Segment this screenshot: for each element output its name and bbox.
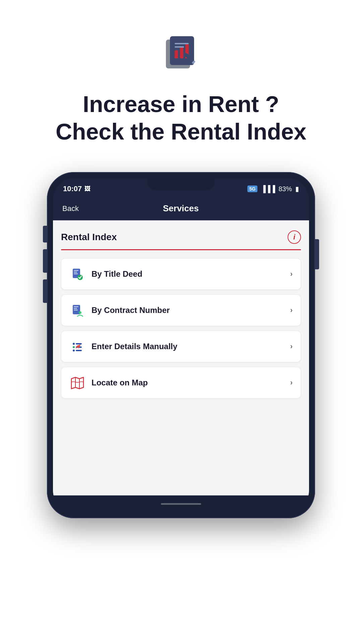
back-button[interactable]: Back [62, 204, 79, 213]
gallery-icon: 🖼 [84, 185, 90, 193]
svg-point-22 [73, 346, 75, 348]
status-time: 10:07 🖼 [63, 184, 90, 193]
contract-number-label: By Contract Number [92, 306, 170, 315]
info-icon-button[interactable]: i [288, 230, 301, 244]
right-side-button [315, 239, 319, 269]
phone-mockup: 10:07 🖼 5G ▐▐▐ 83% ▮ Back Services [47, 172, 315, 518]
battery-level: 83% [279, 185, 292, 193]
top-section: Increase in Rent ? Check the Rental Inde… [0, 0, 362, 165]
menu-item-left-map: Locate on Map [69, 375, 148, 391]
svg-rect-18 [74, 310, 78, 311]
phone-bottom-bar [53, 495, 309, 512]
menu-item-by-title-deed[interactable]: By Title Deed › [61, 258, 301, 290]
enter-details-manually-label: Enter Details Manually [92, 342, 177, 351]
chevron-right-title-deed: › [290, 270, 293, 278]
svg-point-19 [79, 311, 81, 314]
svg-point-20 [73, 343, 75, 345]
menu-list: By Title Deed › [61, 258, 301, 398]
svg-rect-11 [74, 270, 78, 271]
phone-outer: 10:07 🖼 5G ▐▐▐ 83% ▮ Back Services [47, 172, 315, 518]
rental-index-header: Rental Index i [61, 230, 301, 247]
chevron-right-map: › [290, 378, 293, 387]
power-button [43, 226, 47, 243]
locate-on-map-label: Locate on Map [92, 378, 148, 387]
chevron-right-manual: › [290, 342, 293, 351]
rental-index-title: Rental Index [61, 232, 117, 243]
svg-rect-21 [76, 343, 82, 344]
phone-inner: 10:07 🖼 5G ▐▐▐ 83% ▮ Back Services [53, 178, 309, 512]
app-icon [159, 30, 203, 74]
menu-item-left-title-deed: By Title Deed [69, 266, 142, 282]
status-right: 5G ▐▐▐ 83% ▮ [247, 185, 299, 193]
svg-rect-25 [76, 350, 82, 351]
phone-notch [147, 178, 215, 190]
headline: Increase in Rent ? Check the Rental Inde… [36, 91, 326, 145]
phone-side-buttons-left [43, 226, 47, 303]
network-5g-badge: 5G [247, 185, 258, 192]
svg-rect-16 [74, 306, 78, 307]
home-indicator [161, 503, 201, 505]
chevron-right-contract: › [290, 306, 293, 315]
menu-item-left-contract: By Contract Number [69, 302, 170, 318]
volume-down-button [43, 279, 47, 303]
signal-icon: ▐▐▐ [261, 185, 275, 193]
nav-title: Services [85, 203, 276, 214]
menu-item-left-manual: Enter Details Manually [69, 338, 177, 355]
menu-item-by-contract-number[interactable]: By Contract Number › [61, 294, 301, 326]
svg-rect-3 [180, 47, 183, 58]
map-icon [69, 375, 85, 391]
menu-item-locate-on-map[interactable]: Locate on Map › [61, 367, 301, 398]
svg-rect-17 [74, 308, 77, 309]
svg-marker-26 [71, 377, 83, 389]
screen-content: Rental Index i [53, 220, 309, 455]
nav-bar: Back Services [53, 197, 309, 220]
volume-up-button [43, 249, 47, 273]
manual-entry-icon [69, 338, 85, 355]
svg-point-24 [73, 350, 75, 352]
svg-rect-2 [175, 50, 178, 58]
title-deed-icon [69, 266, 85, 282]
svg-rect-12 [74, 272, 77, 273]
section-underline [61, 249, 301, 250]
contract-number-icon [69, 302, 85, 318]
screen-bottom-space [53, 455, 309, 495]
svg-rect-5 [175, 43, 189, 44]
svg-rect-13 [74, 273, 78, 274]
title-deed-label: By Title Deed [92, 269, 142, 279]
battery-icon: ▮ [295, 185, 299, 193]
svg-rect-6 [175, 46, 184, 48]
menu-item-enter-details-manually[interactable]: Enter Details Manually › [61, 331, 301, 362]
